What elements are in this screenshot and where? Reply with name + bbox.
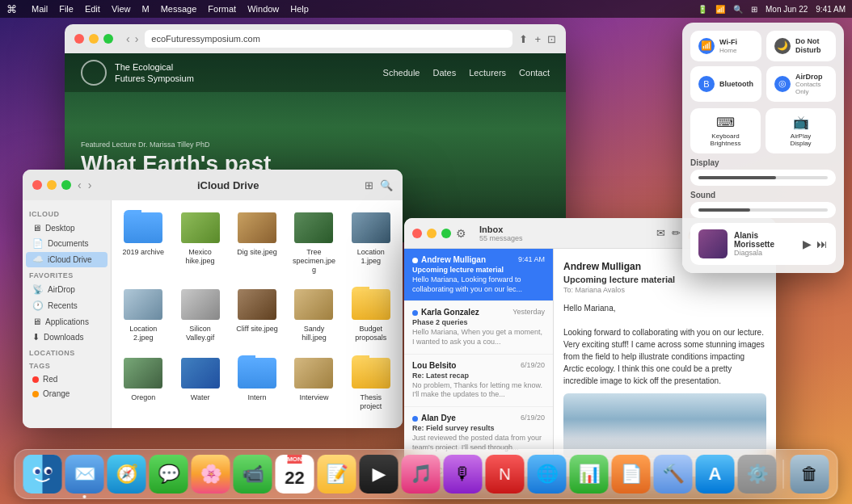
list-item[interactable]: Location 2.jpeg [118, 284, 168, 346]
dock-numbers[interactable]: 📊 [570, 455, 609, 494]
mail-minimize-button[interactable] [427, 229, 437, 238]
mail-item[interactable]: Andrew Mulligan 9:41 AM Upcoming lecture… [404, 249, 553, 301]
dock-sysprefs[interactable]: ⚙️ [738, 455, 777, 494]
finder-arrange-icon[interactable]: ⊞ [365, 179, 373, 191]
list-item[interactable]: Oregon [118, 352, 168, 414]
list-item[interactable]: Location 1.jpeg [346, 207, 396, 277]
sidebar-item-documents[interactable]: 📄 Documents [26, 236, 108, 251]
list-item[interactable]: Mexico hike.jpeg [175, 207, 225, 277]
sidebar-item-recents[interactable]: 🕐 Recents [26, 298, 108, 313]
browser-share-icon[interactable]: ⬆ [519, 33, 528, 45]
list-item[interactable]: Intern [232, 352, 282, 414]
mail-close-button[interactable] [412, 229, 422, 238]
list-item[interactable]: Dig site.jpeg [232, 207, 282, 277]
cc-skip-icon[interactable]: ⏭ [816, 237, 828, 250]
list-item[interactable]: 2019 archive [118, 207, 168, 277]
cc-playback-controls[interactable]: ▶ ⏭ [803, 237, 828, 250]
dock-safari[interactable]: 🧭 [108, 455, 146, 494]
dock-news[interactable]: N [486, 455, 525, 494]
dock-facetime[interactable]: 📹 [234, 455, 272, 494]
dock-music[interactable]: 🎵 [402, 455, 441, 494]
browser-tab-overview-icon[interactable]: ⊡ [547, 33, 556, 45]
nav-contact[interactable]: Contact [519, 68, 550, 78]
menu-file[interactable]: File [59, 4, 74, 14]
list-item[interactable]: Thesis project [346, 352, 396, 414]
list-item[interactable]: Sandy hill.jpeg [289, 284, 339, 346]
nav-schedule[interactable]: Schedule [383, 68, 420, 78]
sidebar-item-applications[interactable]: 🖥 Applications [26, 314, 108, 329]
nav-dates[interactable]: Dates [432, 68, 456, 78]
mail-pencil-icon[interactable]: ✏ [672, 227, 681, 239]
finder-minimize-button[interactable] [47, 180, 57, 190]
finder-back-icon[interactable]: ‹ [78, 178, 82, 191]
list-item[interactable]: Water [175, 352, 225, 414]
menu-wifi[interactable]: 📶 [715, 5, 725, 14]
browser-forward-icon[interactable]: › [135, 32, 139, 45]
dock-photos[interactable]: 🌸 [192, 455, 230, 494]
menu-message[interactable]: Message [161, 4, 197, 14]
cc-bluetooth[interactable]: B Bluetooth [690, 66, 761, 103]
browser-back-icon[interactable]: ‹ [126, 32, 130, 45]
cc-airplay-display[interactable]: 📺 AirPlay Display [766, 108, 836, 153]
menu-view[interactable]: View [112, 4, 131, 14]
menu-help[interactable]: Help [290, 4, 309, 14]
dock-notes[interactable]: 📝 [318, 455, 356, 494]
cc-wifi[interactable]: 📶 Wi-Fi Home [690, 31, 761, 61]
list-item[interactable]: Silicon Valley.gif [175, 284, 225, 346]
menu-control-center[interactable]: ⊞ [751, 5, 757, 14]
list-item[interactable]: Cliff site.jpeg [232, 284, 282, 346]
cc-play-icon[interactable]: ▶ [803, 237, 812, 250]
dock-pages[interactable]: 📄 [612, 455, 651, 494]
cc-airdrop[interactable]: ◎ AirDrop Contacts Only [766, 66, 836, 103]
finder-close-button[interactable] [32, 180, 42, 190]
cc-volume-slider[interactable] [690, 202, 836, 218]
browser-nav[interactable]: ‹ › [126, 32, 138, 45]
mail-maximize-button[interactable] [441, 229, 451, 238]
menu-window[interactable]: Window [247, 4, 279, 14]
mail-list: Andrew Mulligan 9:41 AM Upcoming lecture… [404, 249, 554, 477]
sidebar-item-desktop[interactable]: 🖥 Desktop [26, 220, 108, 235]
dock-podcasts[interactable]: 🎙 [444, 455, 483, 494]
dock-appletv[interactable]: ▶ [360, 455, 399, 494]
apple-menu[interactable]: ⌘ [6, 3, 17, 15]
dock-appstore[interactable]: A [696, 455, 735, 494]
dock-trash[interactable]: 🗑 [791, 455, 829, 494]
list-item[interactable]: Tree specimen.jpeg [289, 207, 339, 277]
sidebar-tag-orange[interactable]: Orange [26, 387, 108, 401]
dock-translate[interactable]: 🌐 [528, 455, 567, 494]
browser-url-bar[interactable]: ecoFuturessymposium.com [145, 30, 512, 48]
finder-search-icon[interactable]: 🔍 [380, 179, 393, 191]
dock-messages[interactable]: 💬 [150, 455, 188, 494]
mail-item[interactable]: Karla Gonzalez Yesterday Phase 2 queries… [404, 301, 553, 354]
mail-compose-icon[interactable]: ✉ [656, 227, 665, 239]
dock-mail[interactable]: ✉️ [65, 455, 104, 494]
cc-brightness-slider[interactable] [690, 170, 836, 186]
sidebar-tag-red[interactable]: Red [26, 372, 108, 386]
cc-dnd[interactable]: 🌙 Do Not Disturb [766, 31, 836, 61]
dock-calendar[interactable]: MON 22 [276, 455, 314, 494]
list-item[interactable]: Interview [289, 352, 339, 414]
browser-minimize-button[interactable] [89, 34, 99, 44]
mail-item[interactable]: Lou Belsito 6/19/20 Re: Latest recap No … [404, 355, 553, 407]
cc-keyboard-brightness[interactable]: ⌨ Keyboard Brightness [690, 108, 761, 153]
dock-finder[interactable] [23, 455, 62, 494]
finder-search-icons[interactable]: ⊞ 🔍 [365, 179, 393, 191]
sidebar-item-airdrop[interactable]: 📡 AirDrop [26, 282, 108, 297]
finder-forward-icon[interactable]: › [88, 178, 92, 191]
browser-close-button[interactable] [74, 34, 84, 44]
browser-add-tab-icon[interactable]: + [534, 33, 541, 45]
nav-lecturers[interactable]: Lecturers [469, 68, 506, 78]
dock-xcode[interactable]: 🔨 [654, 455, 693, 494]
menu-search[interactable]: 🔍 [733, 5, 743, 14]
menu-format[interactable]: Format [208, 4, 236, 14]
menu-m[interactable]: M [142, 4, 150, 14]
finder-maximize-button[interactable] [61, 180, 71, 190]
menu-mail[interactable]: Mail [32, 4, 48, 14]
sidebar-item-downloads[interactable]: ⬇ Downloads [26, 330, 108, 345]
sidebar-item-icloud-drive[interactable]: ☁️ iCloud Drive [26, 252, 108, 267]
browser-maximize-button[interactable] [103, 34, 113, 44]
list-item[interactable]: Budget proposals [346, 284, 396, 346]
mail-settings-icon[interactable]: ⚙ [456, 227, 466, 240]
mail-detail: Andrew Mulligan 9:41 AM Upcoming lecture… [554, 249, 776, 477]
menu-edit[interactable]: Edit [85, 4, 100, 14]
